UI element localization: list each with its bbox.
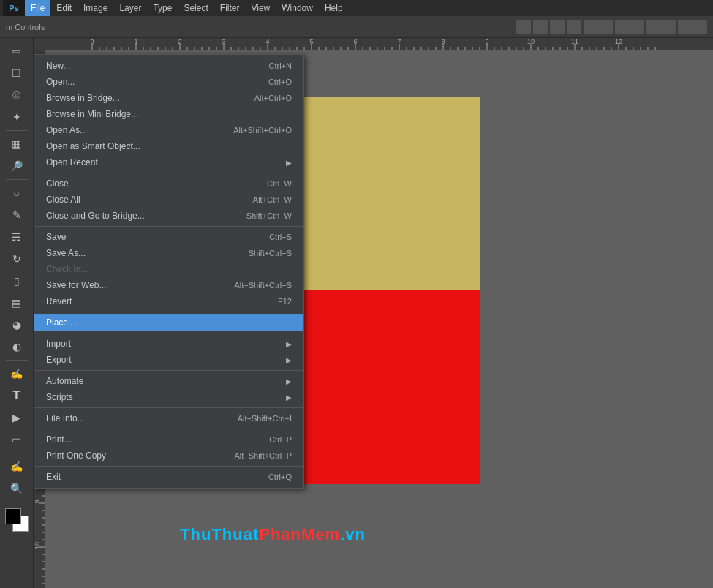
menu-item-open-recent[interactable]: Open Recent▶ [34, 154, 303, 170]
ps-logo: Ps [3, 0, 25, 16]
watermark: ThuThuatPhanMem.vn [180, 525, 366, 544]
tools-panel: ⇨ ☐ ⦾ ✦ ▦ 🔎 ○ ✎ ☴ ↻ ▯ ▤ ◕ ◐ ✍ T ▶ ▭ ✍ 🔍 [0, 38, 34, 588]
tool-sep-1 [6, 130, 28, 131]
tool-gradient[interactable]: ▤ [7, 293, 27, 313]
watermark-thu: Thu [180, 525, 211, 543]
menu-item-save-web[interactable]: Save for Web...Alt+Shift+Ctrl+S [34, 277, 303, 293]
menu-item-import[interactable]: Import▶ [34, 336, 303, 352]
menu-item-browse-mini[interactable]: Browse in Mini Bridge... [34, 106, 303, 122]
tool-sep-5 [6, 502, 28, 502]
toolbar-icon-7[interactable] [646, 20, 676, 34]
menu-item-open-smart[interactable]: Open as Smart Object... [34, 138, 303, 154]
menu-item-browse-bridge[interactable]: Browse in Bridge...Alt+Ctrl+O [34, 90, 303, 106]
menu-item-save-as[interactable]: Save As...Shift+Ctrl+S [34, 245, 303, 261]
menu-file[interactable]: File [25, 0, 50, 16]
file-dropdown: New...Ctrl+NOpen...Ctrl+OBrowse in Bridg… [34, 54, 304, 489]
tool-brush[interactable]: ✎ [7, 205, 27, 225]
menu-layer[interactable]: Layer [113, 0, 147, 16]
options-toolbar: m Controls [0, 16, 713, 38]
separator-after-close-bridge [34, 226, 303, 227]
canvas-area: ThuThuatPhanMem.vn New...Ctrl+NOpen...Ct… [34, 38, 713, 588]
main-layout: ⇨ ☐ ⦾ ✦ ▦ 🔎 ○ ✎ ☴ ↻ ▯ ▤ ◕ ◐ ✍ T ▶ ▭ ✍ 🔍 [0, 38, 713, 588]
tool-sep-3 [6, 360, 28, 361]
tool-path[interactable]: ▶ [7, 407, 27, 428]
menu-item-check-in: Check In... [34, 261, 303, 277]
tool-hand[interactable]: ✍ [7, 456, 27, 477]
menu-select[interactable]: Select [178, 0, 214, 16]
menu-item-new[interactable]: New...Ctrl+N [34, 58, 303, 74]
tool-clone[interactable]: ☴ [7, 227, 27, 247]
tool-crop[interactable]: ▦ [7, 134, 27, 154]
menu-item-scripts[interactable]: Scripts▶ [34, 389, 303, 405]
tool-lasso[interactable]: ⦾ [7, 85, 27, 105]
menu-item-close-all[interactable]: Close AllAlt+Ctrl+W [34, 192, 303, 208]
menu-item-export[interactable]: Export▶ [34, 352, 303, 368]
tool-history-brush[interactable]: ↻ [7, 249, 27, 269]
menu-view[interactable]: View [245, 0, 276, 16]
toolbar-icon-8[interactable] [678, 20, 707, 34]
tool-move[interactable]: ⇨ [7, 41, 27, 61]
tool-marquee[interactable]: ☐ [7, 63, 27, 83]
menu-item-print[interactable]: Print...Ctrl+P [34, 431, 303, 448]
menu-item-exit[interactable]: ExitCtrl+Q [34, 469, 303, 485]
toolbar-icon-3[interactable] [550, 20, 565, 34]
toolbar-icon-4[interactable] [567, 20, 581, 34]
tool-eyedropper[interactable]: 🔎 [7, 156, 27, 176]
toolbar-icon-6[interactable] [615, 20, 644, 34]
menu-filter[interactable]: Filter [214, 0, 246, 16]
watermark-phan: Phan [259, 525, 301, 543]
tool-heal[interactable]: ○ [7, 183, 27, 203]
tool-eraser[interactable]: ▯ [7, 271, 27, 291]
canvas-cell-3 [286, 290, 480, 484]
tool-pen[interactable]: ✍ [7, 363, 27, 384]
separator-after-revert [34, 312, 303, 312]
color-swatches[interactable] [5, 508, 29, 532]
menu-help[interactable]: Help [319, 0, 349, 16]
menu-item-file-info[interactable]: File Info...Alt+Shift+Ctrl+I [34, 410, 303, 426]
toolbar-icon-1[interactable] [516, 20, 531, 34]
menu-item-close[interactable]: CloseCtrl+W [34, 176, 303, 192]
menu-item-open[interactable]: Open...Ctrl+O [34, 74, 303, 90]
watermark-mem: Mem [301, 525, 340, 543]
separator-after-print-copy [34, 466, 303, 467]
tool-zoom[interactable]: 🔍 [7, 478, 27, 499]
tool-blur[interactable]: ◕ [7, 314, 27, 335]
separator-after-export [34, 370, 303, 371]
watermark-vn: .vn [340, 525, 366, 543]
menu-window[interactable]: Window [276, 0, 319, 16]
tool-text[interactable]: T [7, 385, 27, 406]
watermark-thuat: Thuat [211, 525, 259, 543]
separator-after-file-info [34, 429, 303, 429]
tool-sep-4 [6, 453, 28, 453]
file-menu: New...Ctrl+NOpen...Ctrl+OBrowse in Bridg… [34, 54, 304, 489]
menu-type[interactable]: Type [147, 0, 178, 16]
menu-item-revert[interactable]: RevertF12 [34, 293, 303, 309]
tool-magic-wand[interactable]: ✦ [7, 107, 27, 127]
menu-image[interactable]: Image [78, 0, 113, 16]
separator-after-scripts [34, 407, 303, 408]
menu-item-automate[interactable]: Automate▶ [34, 373, 303, 389]
separator-after-open-recent [34, 173, 303, 173]
separator-after-place [34, 333, 303, 333]
tool-sep-2 [6, 179, 28, 180]
toolbar-controls-label: m Controls [6, 23, 45, 31]
menu-item-close-bridge[interactable]: Close and Go to Bridge...Shift+Ctrl+W [34, 208, 303, 224]
menu-edit[interactable]: Edit [50, 0, 78, 16]
canvas-cell-1 [286, 97, 480, 290]
menu-item-print-copy[interactable]: Print One CopyAlt+Shift+Ctrl+P [34, 448, 303, 464]
ruler-horizontal [34, 38, 713, 50]
menu-item-place[interactable]: Place... [34, 314, 303, 331]
menu-item-save[interactable]: SaveCtrl+S [34, 229, 303, 245]
toolbar-icon-2[interactable] [533, 20, 548, 34]
tool-dodge[interactable]: ◐ [7, 336, 27, 357]
foreground-color[interactable] [5, 508, 21, 524]
toolbar-icon-5[interactable] [584, 20, 613, 34]
tool-shape[interactable]: ▭ [7, 429, 27, 450]
menu-item-open-as[interactable]: Open As...Alt+Shift+Ctrl+O [34, 122, 303, 138]
menu-bar: Ps File Edit Image Layer Type Select Fil… [0, 0, 713, 16]
